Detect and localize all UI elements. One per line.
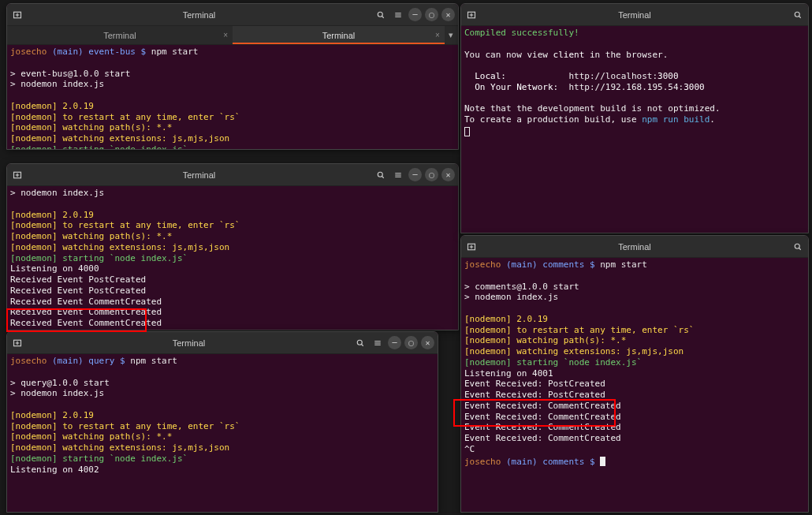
maximize-button[interactable]: ▢ [425, 8, 438, 21]
titlebar: Terminal [461, 4, 808, 26]
svg-line-33 [799, 248, 801, 249]
search-button[interactable] [353, 336, 367, 350]
close-button[interactable]: ✕ [421, 336, 434, 349]
new-tab-button[interactable] [464, 240, 479, 254]
terminal-window-eventbus: Terminal ─ ▢ ✕ Terminal× Terminal× ▾ jos… [6, 3, 459, 150]
new-tab-button[interactable] [10, 168, 24, 182]
terminal-body[interactable]: Compiled successfully! You can now view … [461, 26, 808, 233]
search-button[interactable] [374, 168, 388, 182]
titlebar: Terminal ─ ▢ ✕ [7, 164, 458, 186]
tab-close-icon[interactable]: × [435, 31, 440, 39]
menu-button[interactable] [391, 168, 405, 182]
terminal-body[interactable]: josecho (main) event-bus $ npm start > e… [7, 45, 458, 149]
titlebar: Terminal ─ ▢ ✕ [7, 332, 438, 354]
svg-point-32 [795, 244, 799, 248]
search-button[interactable] [791, 8, 805, 22]
tab-close-icon[interactable]: × [223, 31, 228, 39]
svg-line-20 [362, 344, 363, 345]
maximize-button[interactable]: ▢ [425, 168, 438, 181]
menu-button[interactable] [391, 8, 405, 22]
svg-point-19 [357, 340, 362, 345]
new-tab-button[interactable] [10, 336, 24, 350]
tabbar: Terminal× Terminal× ▾ [7, 26, 458, 45]
maximize-button[interactable]: ▢ [404, 336, 418, 349]
svg-point-27 [795, 12, 799, 17]
search-button[interactable] [374, 8, 388, 22]
window-title: Terminal [479, 10, 791, 20]
new-tab-button[interactable] [464, 8, 479, 22]
svg-point-3 [378, 12, 382, 17]
terminal-body[interactable]: josecho (main) query $ npm start > query… [7, 354, 438, 512]
window-title: Terminal [479, 242, 791, 252]
terminal-body[interactable]: > nodemon index.js [nodemon] 2.0.19 [nod… [7, 186, 458, 330]
tab-2[interactable]: Terminal× [233, 26, 445, 44]
minimize-button[interactable]: ─ [408, 168, 422, 181]
tab-label: Terminal [322, 31, 356, 40]
svg-line-28 [799, 16, 801, 17]
close-button[interactable]: ✕ [441, 168, 455, 181]
tab-dropdown[interactable]: ▾ [445, 26, 458, 44]
titlebar: Terminal ─ ▢ ✕ [7, 4, 458, 26]
window-title: Terminal [24, 10, 374, 20]
terminal-body[interactable]: josecho (main) comments $ npm start > co… [461, 258, 808, 512]
new-tab-button[interactable] [10, 8, 24, 22]
window-title: Terminal [24, 338, 353, 348]
close-button[interactable]: ✕ [441, 8, 455, 21]
minimize-button[interactable]: ─ [388, 336, 401, 349]
tab-1[interactable]: Terminal× [7, 26, 233, 44]
terminal-window-comments: Terminal josecho (main) comments $ npm s… [460, 235, 809, 513]
titlebar: Terminal [461, 236, 808, 258]
svg-line-4 [382, 16, 384, 17]
menu-button[interactable] [371, 336, 385, 350]
svg-line-12 [382, 176, 384, 177]
window-title: Terminal [24, 170, 374, 180]
terminal-window-posts: Terminal ─ ▢ ✕ > nodemon index.js [nodem… [6, 163, 459, 330]
minimize-button[interactable]: ─ [408, 8, 422, 21]
terminal-window-client: Terminal Compiled successfully! You can … [460, 3, 809, 233]
terminal-window-query: Terminal ─ ▢ ✕ josecho (main) query $ np… [6, 331, 438, 513]
tab-label: Terminal [103, 31, 136, 40]
search-button[interactable] [791, 240, 805, 254]
svg-point-11 [378, 172, 382, 177]
